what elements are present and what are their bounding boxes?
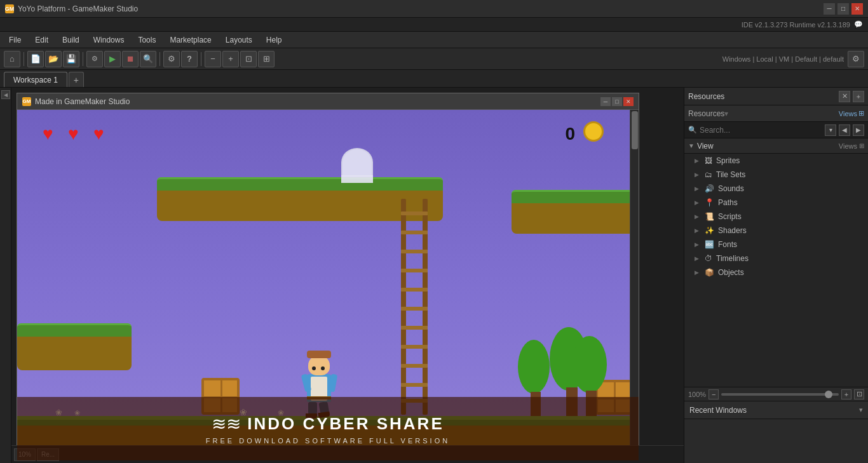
scripts-icon: 📜: [705, 212, 714, 221]
views-link[interactable]: Views ⊞: [839, 109, 864, 117]
sprites-label: Sprites: [716, 156, 740, 165]
fonts-chevron-icon: ▶: [695, 241, 701, 248]
res-item-sounds[interactable]: ▶ 🔊 Sounds: [684, 182, 868, 196]
menu-windows[interactable]: Windows: [87, 34, 131, 46]
menu-build[interactable]: Build: [56, 34, 86, 46]
watermark-subtitle: FREE DOWNLOAD SOFTWARE FULL VERSION: [206, 437, 450, 445]
dropdown-chevron-icon: ▾: [724, 109, 728, 118]
zoom-plus-button[interactable]: +: [841, 389, 851, 399]
menu-edit[interactable]: Edit: [29, 34, 55, 46]
game-window-icon: GM: [22, 97, 31, 106]
save-button[interactable]: 💾: [63, 51, 79, 67]
res-item-objects[interactable]: ▶ 📦 Objects: [684, 265, 868, 279]
title-bar: GM YoYo Platform - GameMaker Studio ─ □ …: [0, 0, 868, 18]
debug-button[interactable]: 🔍: [140, 51, 156, 67]
tilesets-chevron-icon: ▶: [695, 171, 701, 178]
recent-windows-chevron-icon[interactable]: ▾: [859, 406, 863, 414]
close-button[interactable]: ✕: [851, 3, 863, 15]
menu-file[interactable]: File: [3, 34, 27, 46]
add-workspace-button[interactable]: +: [69, 72, 84, 87]
res-item-shaders[interactable]: ▶ ✨ Shaders: [684, 224, 868, 238]
search-next-button[interactable]: ▶: [853, 124, 864, 136]
views-right-icon: ⊞: [859, 142, 864, 149]
stop-button[interactable]: ⏹: [122, 51, 139, 67]
help-button[interactable]: ?: [181, 51, 198, 67]
default-label[interactable]: Default: [795, 55, 817, 63]
open-button[interactable]: 📂: [45, 51, 62, 67]
heart-1: ♥: [43, 124, 53, 144]
game-window-title-text: Made in GameMaker Studio: [35, 97, 130, 106]
res-item-tilesets[interactable]: ▶ 🗂 Tile Sets: [684, 168, 868, 182]
search-dropdown-button[interactable]: ▾: [825, 124, 836, 136]
res-item-paths[interactable]: ▶ 📍 Paths: [684, 196, 868, 210]
game-window-maximize[interactable]: □: [612, 97, 622, 106]
view-label: View: [697, 142, 714, 151]
windows-label[interactable]: Windows: [722, 55, 751, 63]
menu-marketplace[interactable]: Marketplace: [163, 34, 217, 46]
res-item-timelines[interactable]: ▶ ⏱ Timelines: [684, 252, 868, 265]
app-icon: GM: [5, 4, 14, 13]
local-label[interactable]: Local: [756, 55, 773, 63]
default2-label[interactable]: default: [823, 55, 844, 63]
shaders-label: Shaders: [718, 226, 747, 235]
new-file-button[interactable]: 📄: [27, 51, 44, 67]
window-title: YoYo Platform - GameMaker Studio: [18, 4, 138, 13]
zoom-out-button[interactable]: −: [205, 51, 221, 67]
resources-add-button[interactable]: +: [853, 91, 864, 102]
zoom-in-button[interactable]: +: [222, 51, 239, 67]
workspace-tabs: Workspace 1 +: [0, 70, 868, 88]
resource-tree: ▶ 🖼 Sprites ▶ 🗂 Tile Sets ▶ 🔊 Sounds ▶ 📍…: [684, 154, 868, 387]
resources-toolbar-label: Resources: [688, 109, 724, 118]
left-panel-btn-1[interactable]: ◀: [1, 90, 10, 99]
recent-windows-label: Recent Windows: [689, 406, 747, 415]
build-button[interactable]: ⚙: [86, 51, 103, 67]
settings-button[interactable]: ⚙: [163, 51, 180, 67]
game-window-titlebar: GM Made in GameMaker Studio ─ □ ✕: [17, 93, 639, 110]
resources-bottom: 100% − + ⊡ Recent Windows ▾: [684, 387, 868, 463]
ghost: [341, 148, 373, 183]
res-item-sprites[interactable]: ▶ 🖼 Sprites: [684, 154, 868, 168]
separator-4: [201, 52, 201, 66]
view-collapse-icon[interactable]: ▼: [688, 142, 695, 149]
resources-toolbar: Resources ▾ Views ⊞: [684, 105, 868, 122]
sounds-chevron-icon: ▶: [695, 185, 701, 192]
grid-views-icon: ⊞: [858, 109, 864, 117]
game-window-close[interactable]: ✕: [623, 97, 634, 106]
grid-toggle-button[interactable]: ⊞: [258, 51, 275, 67]
workspace-tab-1[interactable]: Workspace 1: [4, 72, 67, 87]
toolbar-settings-button[interactable]: ⚙: [848, 51, 864, 67]
zoom-reset-button[interactable]: ⊡: [854, 389, 864, 399]
maximize-button[interactable]: □: [837, 3, 849, 15]
res-item-scripts[interactable]: ▶ 📜 Scripts: [684, 210, 868, 224]
game-window-title-area: GM Made in GameMaker Studio: [22, 97, 130, 106]
vm-label[interactable]: VM: [779, 55, 790, 63]
run-button[interactable]: ▶: [104, 51, 121, 67]
home-button[interactable]: ⌂: [4, 51, 20, 67]
game-window-controls: ─ □ ✕: [600, 97, 634, 106]
watermark-overlay: ≋≋ INDO CYBER SHARE FREE DOWNLOAD SOFTWA…: [17, 397, 639, 460]
zoom-minus-button[interactable]: −: [709, 389, 719, 399]
menu-tools[interactable]: Tools: [132, 34, 162, 46]
feedback-icon[interactable]: 💬: [854, 20, 863, 29]
windows-local-labels: Windows | Local | VM | Default | default: [722, 55, 844, 63]
window-controls: ─ □ ✕: [824, 3, 863, 15]
zoom-slider-thumb[interactable]: [825, 391, 832, 398]
search-input[interactable]: [700, 126, 822, 135]
zoom-slider[interactable]: [721, 393, 839, 396]
sprites-chevron-icon: ▶: [695, 158, 701, 164]
menu-help[interactable]: Help: [260, 34, 288, 46]
search-prev-button[interactable]: ◀: [839, 124, 850, 136]
objects-chevron-icon: ▶: [695, 269, 701, 276]
objects-label: Objects: [718, 268, 744, 277]
resources-close-button[interactable]: ✕: [839, 91, 850, 102]
v-scroll-thumb[interactable]: [632, 111, 638, 149]
menu-layouts[interactable]: Layouts: [219, 34, 259, 46]
game-window-minimize[interactable]: ─: [600, 97, 611, 106]
res-item-fonts[interactable]: ▶ 🔤 Fonts: [684, 238, 868, 252]
tilesets-label: Tile Sets: [716, 170, 745, 179]
objects-icon: 📦: [705, 268, 714, 277]
ladder: [398, 199, 430, 415]
minimize-button[interactable]: ─: [824, 3, 835, 15]
scripts-label: Scripts: [718, 212, 742, 221]
zoom-fit-button[interactable]: ⊡: [240, 51, 257, 67]
